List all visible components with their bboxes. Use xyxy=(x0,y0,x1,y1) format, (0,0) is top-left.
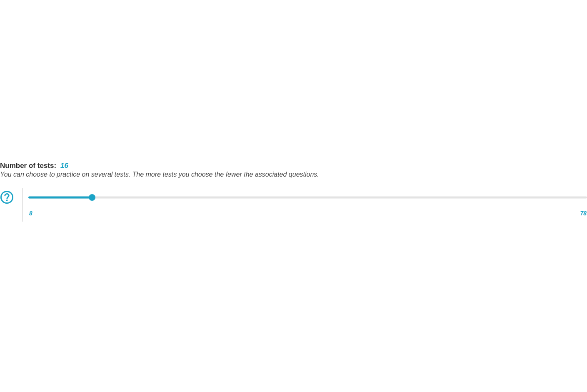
controls-row: 8 78 xyxy=(0,190,587,217)
help-button[interactable] xyxy=(0,190,14,204)
slider-track-bg xyxy=(28,197,587,199)
slider-min-label: 8 xyxy=(29,210,32,217)
slider-column: 8 78 xyxy=(28,190,587,217)
heading-value: 16 xyxy=(60,162,68,170)
slider-labels: 8 78 xyxy=(28,210,587,217)
slider-max-label: 78 xyxy=(580,210,587,217)
svg-point-1 xyxy=(6,200,8,201)
help-icon xyxy=(0,190,14,204)
heading-row: Number of tests: 16 xyxy=(0,162,587,170)
heading-label: Number of tests: xyxy=(0,162,56,170)
tests-slider[interactable] xyxy=(28,194,587,201)
slider-track-fill xyxy=(28,197,92,199)
description-text: You can choose to practice on several te… xyxy=(0,171,587,178)
tests-slider-section: Number of tests: 16 You can choose to pr… xyxy=(0,162,587,217)
vertical-divider xyxy=(22,188,23,222)
slider-thumb[interactable] xyxy=(89,194,95,201)
